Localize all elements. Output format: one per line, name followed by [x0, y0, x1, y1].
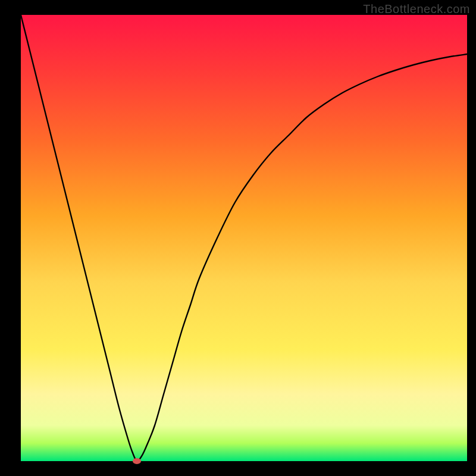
- minimum-marker: [133, 458, 141, 464]
- watermark-text: TheBottleneck.com: [363, 2, 470, 16]
- chart-container: TheBottleneck.com: [0, 0, 476, 476]
- plot-background: [21, 15, 467, 461]
- bottleneck-chart: [0, 0, 476, 476]
